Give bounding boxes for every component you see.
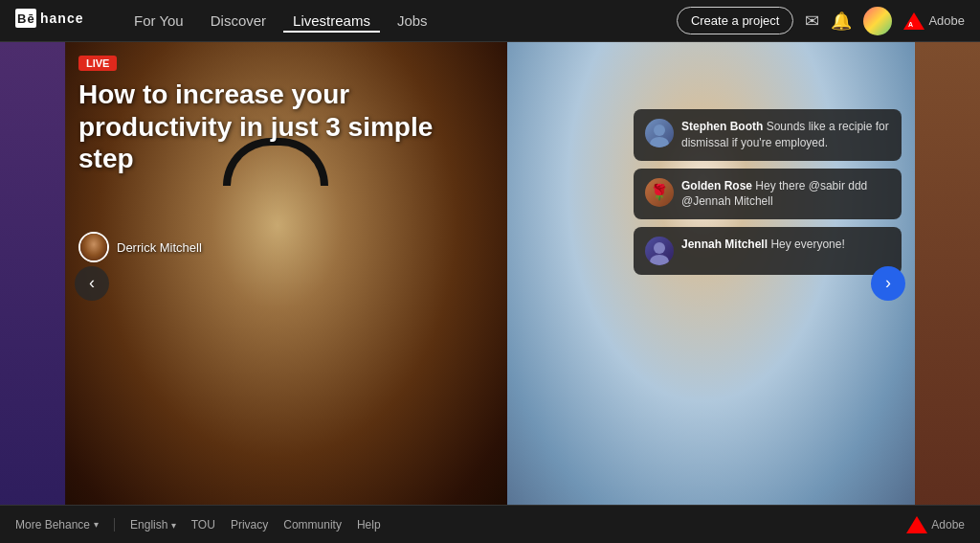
main-video[interactable]: LIVE How to increase your productivity i…	[65, 42, 915, 524]
more-behance-label: More Behance	[15, 518, 90, 532]
svg-point-7	[654, 242, 665, 254]
nav-discover[interactable]: Discover	[201, 9, 276, 33]
language-label: English	[130, 518, 167, 532]
header: Bē hance For You Discover Livestreams Jo…	[0, 0, 980, 42]
svg-point-5	[654, 124, 665, 136]
more-behance-chevron: ▾	[94, 519, 99, 530]
mail-icon[interactable]: ✉	[805, 11, 819, 32]
live-badge: LIVE	[78, 56, 117, 71]
notifications-icon[interactable]: 🔔	[831, 11, 852, 32]
chat-message-1: Stephen Booth Sounds like a recipie for …	[634, 109, 902, 161]
footer-link-community[interactable]: Community	[283, 518, 342, 532]
more-behance-section: More Behance ▾	[15, 518, 115, 532]
svg-marker-3	[903, 12, 924, 30]
host-info: Derrick Mitchell	[78, 232, 202, 262]
host-name: Derrick Mitchell	[117, 240, 202, 255]
svg-marker-9	[906, 516, 927, 533]
next-arrow[interactable]: ›	[871, 266, 905, 301]
adobe-text: Adobe	[928, 13, 965, 28]
footer-link-language[interactable]: English ▾	[130, 518, 176, 532]
nav-livestreams[interactable]: Livestreams	[283, 9, 380, 33]
svg-point-8	[650, 255, 669, 265]
behance-logo[interactable]: Bē hance	[15, 7, 101, 34]
prev-arrow[interactable]: ‹	[75, 266, 109, 301]
svg-text:hance: hance	[40, 11, 83, 26]
svg-text:Bē: Bē	[17, 11, 35, 26]
main-content: LIVE How to increase your productivity i…	[0, 42, 980, 524]
side-preview-right[interactable]	[913, 42, 980, 524]
language-chevron: ▾	[171, 520, 176, 531]
header-right: Create a project ✉ 🔔 A Adobe	[677, 7, 965, 35]
chat-username-1: Stephen Booth	[681, 120, 763, 133]
side-preview-left[interactable]	[0, 42, 67, 524]
chat-username-3: Jennah Mitchell	[681, 238, 768, 251]
footer-link-privacy[interactable]: Privacy	[231, 518, 268, 532]
chat-message-3: Jennah Mitchell Hey everyone!	[634, 227, 902, 275]
create-project-button[interactable]: Create a project	[677, 7, 794, 34]
chat-username-2: Golden Rose	[681, 179, 752, 192]
svg-point-6	[650, 137, 669, 147]
more-behance-button[interactable]: More Behance ▾	[15, 518, 99, 532]
chat-avatar-sb	[645, 119, 674, 147]
chat-area: Stephen Booth Sounds like a recipie for …	[634, 109, 902, 275]
svg-text:A: A	[908, 21, 913, 28]
main-nav: For You Discover Livestreams Jobs	[124, 9, 677, 33]
footer-adobe-text: Adobe	[931, 518, 965, 532]
user-avatar[interactable]	[863, 7, 892, 35]
footer-link-tou[interactable]: TOU	[191, 518, 215, 532]
chat-text-2: Golden Rose Hey there @sabir ddd @Jennah…	[681, 178, 890, 211]
chat-message-2: 🌹 Golden Rose Hey there @sabir ddd @Jenn…	[634, 169, 902, 220]
host-avatar	[78, 232, 109, 262]
chat-text-3: Jennah Mitchell Hey everyone!	[681, 237, 845, 253]
adobe-logo: A Adobe	[903, 12, 965, 30]
footer-links: English ▾ TOU Privacy Community Help	[130, 518, 906, 532]
nav-jobs[interactable]: Jobs	[388, 9, 437, 33]
chat-body-3-text: Hey everyone!	[770, 238, 844, 251]
footer-link-help[interactable]: Help	[357, 518, 381, 532]
nav-for-you[interactable]: For You	[124, 9, 193, 33]
stream-title: How to increase your productivity in jus…	[78, 79, 461, 175]
chat-avatar-jm	[645, 237, 674, 265]
footer-adobe: Adobe	[906, 516, 965, 533]
chat-avatar-gr: 🌹	[645, 178, 674, 207]
chat-text-1: Stephen Booth Sounds like a recipie for …	[681, 119, 890, 151]
footer: More Behance ▾ English ▾ TOU Privacy Com…	[0, 505, 980, 543]
